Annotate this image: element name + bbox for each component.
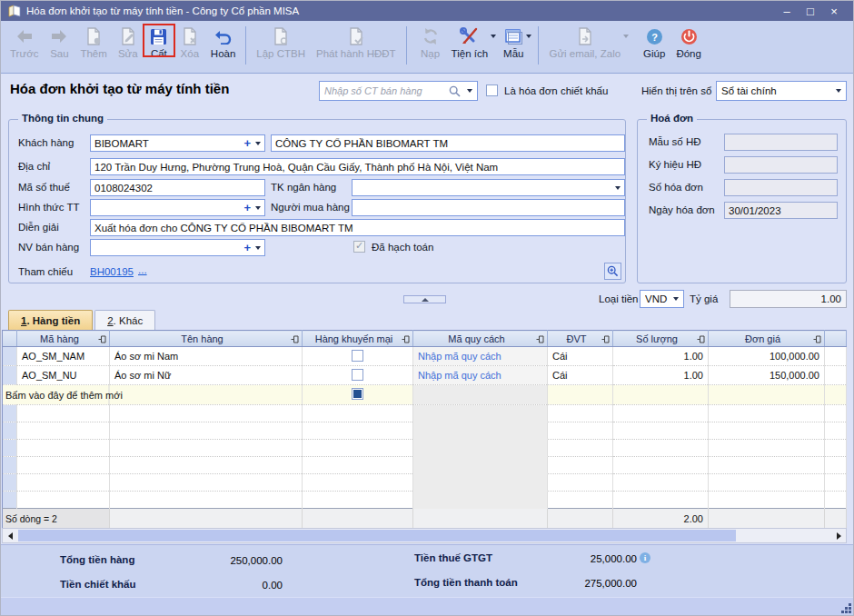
posted-checkbox[interactable] — [353, 241, 365, 253]
cell-unit[interactable]: Cái — [548, 347, 613, 366]
cell-unit[interactable]: Cái — [548, 366, 613, 385]
col-header-dvt[interactable]: ĐVT — [548, 331, 613, 347]
collapse-panel-button[interactable] — [403, 295, 446, 303]
col-header-don-gia[interactable]: Đơn giá — [709, 331, 825, 347]
cell-item-name[interactable]: Áo sơ mi Nam — [110, 347, 303, 366]
add-icon: + — [243, 241, 251, 254]
reference-more-link[interactable]: ... — [138, 264, 147, 275]
tax-code-field[interactable]: 0108024302 — [90, 179, 265, 196]
tab-hang-tien[interactable]: 1. Hàng tiền — [8, 310, 93, 330]
template-button[interactable]: Mẫu — [498, 24, 529, 59]
salesperson-combo[interactable]: + — [90, 239, 265, 256]
invoice-template-label: Mẫu số HĐ — [649, 136, 701, 147]
pin-icon[interactable] — [402, 335, 410, 343]
discount-invoice-label: Là hóa đơn chiết khấu — [504, 85, 608, 96]
search-icon — [449, 85, 461, 97]
minimize-button[interactable]: – — [775, 5, 799, 18]
scroll-left-button[interactable] — [3, 530, 17, 541]
cell-qty[interactable]: 1.00 — [613, 347, 709, 366]
detail-tabs: 1. Hàng tiền 2. Khác — [8, 310, 155, 330]
cell-item-code[interactable]: AO_SM_NAM — [17, 347, 110, 366]
undo-button[interactable]: Hoàn — [205, 24, 242, 59]
utilities-button[interactable]: Tiện ích — [446, 24, 493, 59]
search-dropdown-caret[interactable] — [467, 89, 472, 93]
discount-invoice-checkbox[interactable] — [486, 84, 498, 96]
caret-down-icon — [615, 186, 621, 190]
prev-button[interactable]: Trước — [5, 24, 44, 59]
address-field[interactable]: 120 Trần Duy Hưng, Phường Trung Hoà, Quậ… — [90, 158, 625, 175]
help-icon: ? — [646, 25, 663, 47]
cell-price[interactable]: 100,000.00 — [709, 347, 825, 366]
empty-row — [3, 422, 847, 440]
qty-total: 2.00 — [613, 509, 709, 529]
bank-account-combo[interactable] — [352, 179, 625, 196]
tab-khac[interactable]: 2. Khác — [94, 310, 155, 330]
scroll-right-button[interactable] — [831, 530, 846, 541]
add-button[interactable]: Thêm — [74, 24, 112, 59]
col-header-hang-khuyen-mai[interactable]: Hàng khuyến mại — [303, 331, 413, 347]
pin-icon[interactable] — [813, 335, 821, 343]
edit-button[interactable]: Sửa — [113, 24, 144, 59]
row-indicator[interactable] — [3, 347, 17, 366]
col-header-ma-hang[interactable]: Mã hàng — [17, 331, 110, 347]
cell-spec[interactable]: Nhập mã quy cách — [413, 366, 548, 385]
cell-promo[interactable] — [303, 385, 413, 405]
close-form-button[interactable]: Đóng — [670, 24, 707, 59]
bank-account-label: TK ngân hàng — [271, 182, 336, 193]
cell-qty[interactable]: 1.00 — [613, 366, 709, 385]
add-new-row[interactable]: Bấm vào đây để thêm mới — [3, 385, 847, 405]
cell-item-code[interactable]: AO_SM_NU — [17, 366, 110, 385]
pin-icon[interactable] — [536, 335, 544, 343]
arrow-right-icon — [50, 25, 68, 47]
next-button[interactable]: Sau — [44, 24, 74, 59]
zoom-detail-button[interactable] — [604, 263, 621, 280]
spec-link[interactable]: Nhập mã quy cách — [418, 370, 501, 381]
send-document-icon — [577, 25, 593, 47]
cell-promo[interactable] — [303, 366, 413, 385]
cell-item-name[interactable]: Áo sơ mi Nữ — [110, 366, 303, 385]
add-icon: + — [243, 136, 251, 150]
search-input[interactable] — [324, 85, 449, 96]
empty-row — [3, 492, 847, 509]
cell-promo[interactable] — [303, 347, 413, 366]
horizontal-scrollbar[interactable] — [2, 528, 847, 543]
cell-price[interactable]: 150,000.00 — [709, 366, 825, 385]
close-button[interactable]: × — [822, 5, 846, 18]
col-header-ten-hang[interactable]: Tên hàng — [110, 331, 303, 347]
currency-select[interactable]: VND — [640, 290, 684, 308]
send-email-zalo-button[interactable]: Gửi email, Zalo — [543, 24, 626, 59]
cell-spec[interactable]: Nhập mã quy cách — [413, 347, 548, 366]
scrollbar-thumb[interactable] — [18, 530, 736, 541]
promo-checkbox[interactable] — [352, 369, 363, 381]
reference-link[interactable]: BH00195 — [90, 266, 134, 277]
spec-link[interactable]: Nhập mã quy cách — [418, 351, 501, 362]
create-ctbh-button[interactable]: Lập CTBH — [251, 24, 311, 59]
payment-method-combo[interactable]: + — [90, 199, 265, 216]
reload-button[interactable]: Nạp — [415, 24, 446, 59]
pin-icon[interactable] — [291, 335, 299, 343]
customer-combo[interactable]: BIBOMART + — [90, 134, 265, 152]
row-indicator[interactable] — [3, 366, 17, 385]
description-field[interactable]: Xuất hóa đơn cho CÔNG TY CỔ PHẦN BIBOMAR… — [90, 219, 625, 236]
display-on-select[interactable]: Sổ tài chính — [716, 81, 847, 101]
save-button[interactable]: Cất — [144, 24, 174, 59]
pin-icon[interactable] — [697, 335, 705, 343]
pin-icon[interactable] — [601, 335, 610, 343]
col-header-so-luong[interactable]: Số lượng — [613, 331, 709, 347]
publish-einvoice-button[interactable]: Phát hành HĐĐT — [311, 24, 402, 59]
buyer-field[interactable] — [352, 199, 625, 216]
promo-checkbox-focused[interactable] — [352, 388, 363, 400]
posted-label: Đã hạch toán — [372, 242, 433, 253]
help-button[interactable]: ? Giúp — [638, 24, 670, 59]
resize-grip[interactable] — [849, 611, 851, 613]
info-icon[interactable]: i — [640, 552, 650, 563]
customer-name-field[interactable]: CÔNG TY CỔ PHẦN BIBOMART TM — [271, 134, 625, 152]
delete-button[interactable]: Xóa — [174, 24, 205, 59]
promo-checkbox[interactable] — [352, 350, 363, 362]
reference-label: Tham chiếu — [18, 266, 73, 277]
col-header-ma-quy-cach[interactable]: Mã quy cách — [413, 331, 548, 347]
add-new-row-label[interactable]: Bấm vào đây để thêm mới — [3, 385, 303, 405]
invoice-date-field[interactable]: 30/01/2023 — [724, 202, 838, 219]
pin-icon[interactable] — [98, 335, 106, 343]
maximize-button[interactable]: □ — [799, 5, 822, 18]
